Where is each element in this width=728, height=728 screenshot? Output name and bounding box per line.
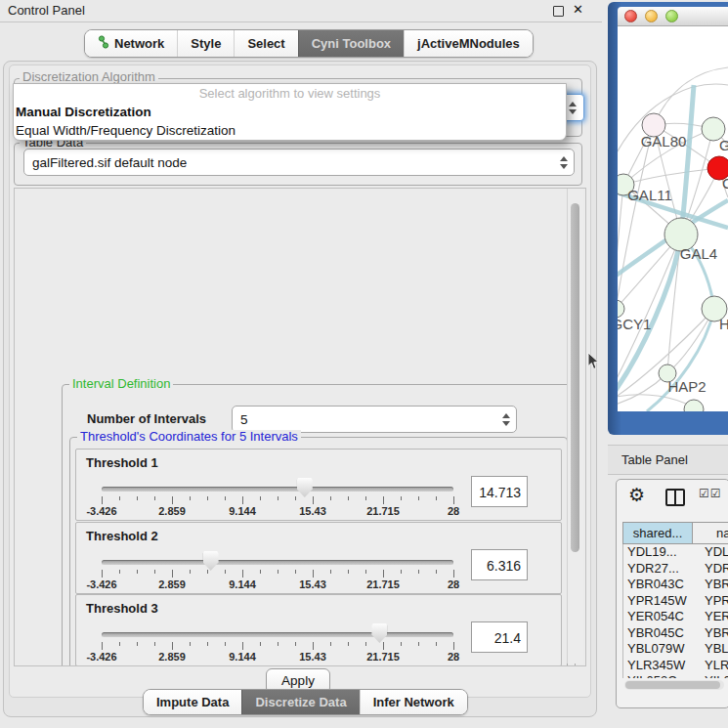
slider-scale-labels: -3.4262.8599.14415.4321.71528 bbox=[102, 505, 453, 518]
settings-gear-icon[interactable]: ⚙ bbox=[628, 484, 645, 506]
table-panel-titlebar: Table Panel bbox=[608, 445, 728, 475]
slider-scale-labels: -3.4262.8599.14415.4321.71528 bbox=[102, 578, 453, 591]
table-hscrollbar-thumb[interactable] bbox=[625, 681, 720, 689]
columns-icon[interactable] bbox=[665, 489, 685, 506]
algorithm-option-equal-width-frequency-discretization[interactable]: Equal Width/Frequency Discretization bbox=[14, 121, 566, 140]
cell-name: YDR2 bbox=[692, 561, 728, 578]
network-node-label: GAL80 bbox=[641, 133, 687, 150]
slider-track[interactable] bbox=[102, 560, 453, 565]
cell-name: YBR0 bbox=[692, 577, 728, 593]
tab-jactivemnodules[interactable]: jActiveMNodules bbox=[404, 30, 533, 57]
network-node-label: GAL11 bbox=[627, 187, 672, 203]
screen: Control Panel ✕ NetworkStyleSelectCyni T… bbox=[0, 0, 728, 728]
cell-shared-name: YBL079W bbox=[623, 641, 692, 658]
tab-label: Network bbox=[114, 36, 164, 51]
settings-vertical-scrollbar[interactable] bbox=[567, 189, 583, 664]
tab-style[interactable]: Style bbox=[177, 30, 234, 57]
table-row[interactable]: YER054CYER0 bbox=[623, 609, 728, 625]
number-of-intervals-label: Number of Intervals bbox=[87, 411, 206, 426]
table-row[interactable]: YDR27...YDR2 bbox=[623, 561, 728, 578]
threshold-value-field[interactable]: 6.316 bbox=[471, 549, 528, 580]
slider-track[interactable] bbox=[102, 632, 453, 637]
cell-name: YPR1 bbox=[692, 593, 728, 610]
tab-select[interactable]: Select bbox=[234, 30, 297, 57]
cell-shared-name: YDL19... bbox=[623, 544, 692, 561]
table-row[interactable]: YDL19...YDL1 bbox=[623, 544, 728, 561]
cell-shared-name: YIL052C bbox=[623, 673, 692, 678]
cell-name: YIL0 bbox=[692, 673, 728, 678]
threshold-value-field[interactable]: 14.713 bbox=[471, 476, 528, 507]
table-row[interactable]: YIL052CYIL0 bbox=[623, 673, 728, 678]
number-of-intervals-value: 5 bbox=[233, 412, 502, 427]
cell-shared-name: YBR043C bbox=[623, 577, 692, 593]
threshold-panel-3: Threshold 3-3.4262.8599.14415.4321.71528… bbox=[75, 594, 562, 666]
network-edge[interactable] bbox=[618, 125, 654, 309]
table-data-selected-value: galFiltered.sif default node bbox=[24, 155, 560, 170]
threshold-panel-2: Threshold 2-3.4262.8599.14415.4321.71528… bbox=[75, 522, 562, 594]
network-node-label: GCY1 bbox=[618, 316, 651, 332]
cell-name: YLR3 bbox=[692, 658, 728, 674]
table-horizontal-scrollbar[interactable] bbox=[624, 680, 724, 690]
cell-shared-name: YLR345W bbox=[623, 658, 692, 674]
interval-definition-title: Interval Definition bbox=[69, 377, 173, 391]
tab-network[interactable]: Network bbox=[85, 30, 177, 57]
network-node[interactable] bbox=[684, 400, 704, 411]
tab-cyni-toolbox[interactable]: Cyni Toolbox bbox=[298, 30, 404, 57]
tab-discretize-data[interactable]: Discretize Data bbox=[241, 690, 359, 714]
cell-name: YBR0 bbox=[692, 625, 728, 642]
tab-label: Impute Data bbox=[156, 695, 229, 709]
checkbox-icons[interactable]: ☑☑ bbox=[699, 487, 722, 500]
network-node-label: C bbox=[722, 175, 728, 192]
zoom-traffic-light-icon[interactable] bbox=[665, 10, 678, 22]
top-tab-bar: NetworkStyleSelectCyni ToolboxjActiveMNo… bbox=[84, 29, 534, 58]
control-panel-title: Control Panel bbox=[8, 3, 85, 18]
spinner-arrows-icon bbox=[502, 413, 516, 426]
slider-thumb[interactable] bbox=[297, 478, 313, 497]
network-view-canvas[interactable]: GAL80GACGAL11GAL4GCY1HHAP2 bbox=[618, 26, 728, 411]
cell-shared-name: YPR145W bbox=[623, 593, 692, 610]
tab-infer-network[interactable]: Infer Network bbox=[360, 690, 467, 714]
table-row[interactable]: YBL079WYBL0 bbox=[623, 641, 728, 658]
threshold-value-field[interactable]: 21.4 bbox=[471, 621, 528, 653]
slider-thumb[interactable] bbox=[371, 623, 387, 643]
float-window-icon[interactable] bbox=[553, 6, 564, 17]
threshold-label: Threshold 3 bbox=[86, 601, 158, 616]
network-node-label: H bbox=[719, 316, 728, 332]
bottom-tab-bar: Impute DataDiscretize DataInfer Network bbox=[143, 689, 468, 715]
table-row[interactable]: YBR045CYBR0 bbox=[623, 625, 728, 642]
tab-label: Select bbox=[247, 36, 284, 51]
mouse-cursor-icon bbox=[587, 352, 600, 374]
table-row[interactable]: YPR145WYPR1 bbox=[623, 593, 728, 610]
close-traffic-light-icon[interactable] bbox=[624, 10, 637, 22]
network-edge[interactable] bbox=[623, 168, 719, 185]
tab-impute-data[interactable]: Impute Data bbox=[144, 690, 241, 714]
cell-name: YBL0 bbox=[692, 641, 728, 658]
spinner-arrows-icon bbox=[560, 156, 574, 169]
discretization-algorithm-title: Discretization Algorithm bbox=[20, 70, 158, 84]
table-header-row: shared... na bbox=[622, 522, 728, 544]
cell-name: YER0 bbox=[692, 609, 728, 625]
slider-thumb[interactable] bbox=[203, 551, 219, 571]
minimize-traffic-light-icon[interactable] bbox=[645, 10, 658, 22]
network-edge[interactable] bbox=[618, 235, 681, 388]
table-data-combobox[interactable]: galFiltered.sif default node bbox=[23, 149, 575, 176]
column-header-name[interactable]: na bbox=[693, 523, 728, 543]
settings-scrollpane: Interval Definition Number of Intervals … bbox=[14, 188, 586, 666]
column-header-shared[interactable]: shared... bbox=[623, 523, 693, 543]
tab-label: jActiveMNodules bbox=[417, 36, 520, 51]
close-icon[interactable]: ✕ bbox=[573, 2, 583, 17]
table-rows: YDL19...YDL1YDR27...YDR2YBR043CYBR0YPR14… bbox=[622, 544, 728, 678]
tab-label: Style bbox=[191, 36, 221, 51]
network-node-label: HAP2 bbox=[667, 378, 706, 395]
algorithm-option-manual-discretization[interactable]: Manual Discretization bbox=[14, 103, 566, 121]
network-icon bbox=[98, 35, 109, 52]
slider-track[interactable] bbox=[102, 487, 453, 492]
threshold-label: Threshold 2 bbox=[86, 529, 158, 543]
table-row[interactable]: YLR345WYLR3 bbox=[623, 658, 728, 674]
settings-scrollbar-thumb[interactable] bbox=[571, 203, 579, 552]
table-row[interactable]: YBR043CYBR0 bbox=[623, 577, 728, 593]
table-panel-box: ⚙ ☑☑ shared... na YDL19...YDL1YDR27...YD… bbox=[616, 479, 728, 708]
control-panel-titlebar: Control Panel ✕ bbox=[0, 0, 602, 22]
tab-label: Discretize Data bbox=[255, 695, 346, 709]
cell-shared-name: YBR045C bbox=[623, 625, 692, 642]
